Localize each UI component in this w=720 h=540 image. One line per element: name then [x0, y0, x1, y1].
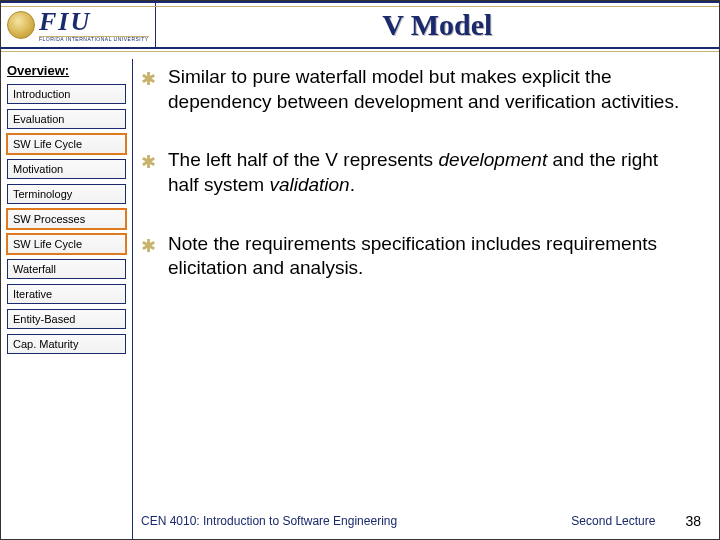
slide-header: FIU Florida International University V M… — [1, 1, 719, 49]
sidebar-heading: Overview: — [7, 63, 126, 78]
sidebar-item-sw-life-cycle[interactable]: SW Life Cycle — [7, 234, 126, 254]
sidebar-item-terminology[interactable]: Terminology — [7, 184, 126, 204]
bullet-item: ✱The left half of the V represents devel… — [141, 148, 691, 197]
logo-abbr: FIU — [39, 9, 149, 37]
bullet-text: The left half of the V represents develo… — [168, 148, 691, 197]
logo-full: Florida International University — [39, 37, 149, 42]
footer-lecture: Second Lecture — [571, 514, 655, 528]
bullet-item: ✱Note the requirements specification inc… — [141, 232, 691, 281]
slide-body: Overview: IntroductionEvaluationSW Life … — [1, 49, 719, 539]
content-area: ✱Similar to pure waterfall model but mak… — [133, 59, 719, 539]
slide-title: V Model — [156, 8, 719, 42]
sidebar-item-evaluation[interactable]: Evaluation — [7, 109, 126, 129]
asterisk-icon: ✱ — [141, 65, 156, 92]
sidebar-item-sw-life-cycle[interactable]: SW Life Cycle — [7, 134, 126, 154]
sidebar-item-introduction[interactable]: Introduction — [7, 84, 126, 104]
bullet-text: Similar to pure waterfall model but make… — [168, 65, 691, 114]
footer-course: CEN 4010: Introduction to Software Engin… — [141, 514, 571, 528]
seal-icon — [7, 11, 35, 39]
bullet-item: ✱Similar to pure waterfall model but mak… — [141, 65, 691, 114]
slide-footer: CEN 4010: Introduction to Software Engin… — [1, 513, 719, 529]
sidebar-nav: IntroductionEvaluationSW Life CycleMotiv… — [7, 84, 126, 359]
sidebar-item-cap-maturity[interactable]: Cap. Maturity — [7, 334, 126, 354]
asterisk-icon: ✱ — [141, 148, 156, 175]
footer-page: 38 — [685, 513, 701, 529]
logo-text: FIU Florida International University — [39, 9, 149, 42]
sidebar-item-motivation[interactable]: Motivation — [7, 159, 126, 179]
slide: FIU Florida International University V M… — [0, 0, 720, 540]
sidebar: Overview: IntroductionEvaluationSW Life … — [1, 59, 133, 539]
sidebar-item-sw-processes[interactable]: SW Processes — [7, 209, 126, 229]
sidebar-item-waterfall[interactable]: Waterfall — [7, 259, 126, 279]
bullet-text: Note the requirements specification incl… — [168, 232, 691, 281]
asterisk-icon: ✱ — [141, 232, 156, 259]
university-logo: FIU Florida International University — [1, 3, 156, 47]
sidebar-item-entity-based[interactable]: Entity-Based — [7, 309, 126, 329]
sidebar-item-iterative[interactable]: Iterative — [7, 284, 126, 304]
